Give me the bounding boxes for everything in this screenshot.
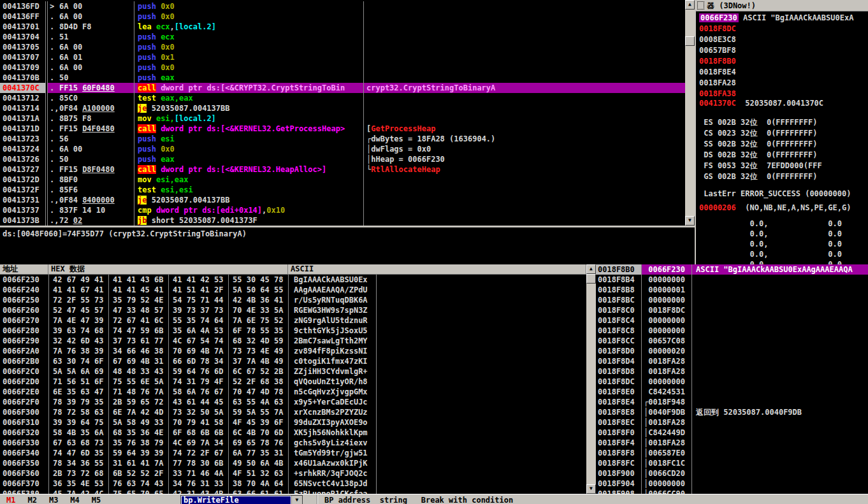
dump-row[interactable]: 0066F2E06E 35 63 4771 48 76 7A58 6A 76 6… xyxy=(0,387,586,397)
dump-row[interactable]: 0066F24041 41 67 4141 41 45 4141 51 41 2… xyxy=(0,285,586,295)
dump-row[interactable]: 0066F37036 35 4E 5376 63 74 4334 76 31 3… xyxy=(0,479,586,489)
stack-row[interactable]: 0018F904│00000000 xyxy=(596,479,868,489)
stack-row[interactable]: 0018F8C0 0018F8DC xyxy=(596,305,868,315)
stack-row[interactable]: 0018F8EC│0018FA28 xyxy=(596,417,868,428)
stack-row[interactable]: 0018F8C4 00000000 xyxy=(596,315,868,326)
dump-row[interactable]: 0066F2A07A 76 38 3934 66 46 3870 69 4B 7… xyxy=(0,346,586,356)
dump-row[interactable]: 0066F35078 34 36 5531 61 41 7A77 78 30 6… xyxy=(0,458,586,468)
disasm-row[interactable]: 00413737.837F 14 10cmp dword ptr ds:[edi… xyxy=(0,205,685,215)
dump-row[interactable]: 0066F2C05A 5A 6A 6948 48 33 4359 64 76 6… xyxy=(0,366,586,377)
segment-register-line[interactable]: CS 0023 32位 0(FFFFFFFF) xyxy=(699,128,817,138)
disasm-row[interactable]: 0041370B.50push eax xyxy=(0,73,685,83)
dump-row[interactable]: 0066F29032 42 6D 4337 73 61 774C 67 54 7… xyxy=(0,336,586,346)
breakpoint-set-m3[interactable]: M3 xyxy=(49,496,58,504)
fpu-register-line[interactable]: 0.0, 0.0 xyxy=(699,219,842,229)
stack-row[interactable]: 0018F8F8│006587E0 xyxy=(596,448,868,458)
disassembly-pane[interactable]: 004136FD>6A 00push 0x0004136FF.6A 00push… xyxy=(0,0,685,226)
dump-scrollbar[interactable]: ▲ ▼ xyxy=(586,264,596,494)
stack-row[interactable]: 0018F8E0 C8424531 xyxy=(596,387,868,397)
disasm-row[interactable]: 0041371A.8B75 F8mov esi,[local.2] xyxy=(0,113,685,124)
disasm-row[interactable]: 0041371D.FF15 D4F0480call dword ptr ds:[… xyxy=(0,124,685,134)
scroll-down-icon[interactable]: ▼ xyxy=(685,216,695,226)
disasm-row[interactable]: 0041372F.85F6test esi,esi xyxy=(0,185,685,195)
stack-row[interactable]: 0018F8F0│C842449D xyxy=(596,428,868,438)
disassembly-scrollbar[interactable]: ▲ ▼ xyxy=(685,0,695,226)
disasm-row[interactable]: 004136FF.6A 00push 0x0 xyxy=(0,11,685,22)
stack-row[interactable]: 0018F8CC 00657C08 xyxy=(596,336,868,346)
stack-row[interactable]: 0018F908│0066CC90 xyxy=(596,489,868,494)
dump-row[interactable]: 0066F3602B 73 72 686B 52 52 2F33 71 46 4… xyxy=(0,468,586,479)
disasm-row[interactable]: 00413701.8D4D F8lea ecx,[local.2] xyxy=(0,22,685,32)
stack-row[interactable]: 0018F8F4│0018FA28 xyxy=(596,438,868,448)
stack-row[interactable]: 0018F8B0 0066F230ASCII "BgIAAACkAABSU0Ex… xyxy=(596,264,868,275)
dump-row[interactable]: 0066F31039 39 64 755A 58 49 3370 79 41 5… xyxy=(0,417,586,428)
stack-row[interactable]: 0018F8B4 00000000 xyxy=(596,275,868,285)
segment-register-line[interactable]: SS 002B 32位 0(FFFFFFFF) xyxy=(699,139,817,149)
register-value-line[interactable]: 0018FA38 xyxy=(699,89,736,99)
disasm-row[interactable]: 00413726.50push eax│hHeap = 0066F230 xyxy=(0,154,685,164)
combobox-selected-value[interactable]: bp.WriteFile xyxy=(182,496,291,504)
disasm-row[interactable]: 00413723.56push esi┌dwBytes = 18FA28 (16… xyxy=(0,134,685,144)
register-eip-line[interactable]: 0041370C 52035087.0041370C xyxy=(699,98,823,108)
fpu-register-line[interactable]: 0.0, 0.0 xyxy=(699,249,842,259)
dump-row[interactable]: 0066F33067 63 68 7335 76 38 794C 69 7A 3… xyxy=(0,438,586,448)
stack-row[interactable]: 0018F8D4 0018FA28 xyxy=(596,356,868,366)
stack-row[interactable]: 0018F8BC 00000000 xyxy=(596,295,868,305)
fpu-register-line[interactable]: 0.0, 0.0 xyxy=(699,259,842,264)
fpu-register-line[interactable]: 0.0, 0.0 xyxy=(699,239,842,249)
disasm-row[interactable]: 00413712.85C0test eax,eax xyxy=(0,93,685,103)
dump-row[interactable]: 0066F25072 2F 55 7335 79 52 4E54 75 71 4… xyxy=(0,295,586,305)
dump-row[interactable]: 0066F2D071 56 51 6F75 55 6E 5A74 31 79 4… xyxy=(0,377,586,387)
disasm-row[interactable]: 0041372D.8BF0mov esi,eax xyxy=(0,175,685,185)
disasm-row[interactable]: 00413724.6A 00push 0x0│dwFlags = 0x0 xyxy=(0,144,685,154)
disasm-row[interactable]: 00413714.,0F84 A100000je 52035087.004137… xyxy=(0,103,685,113)
breakpoint-set-m5[interactable]: M5 xyxy=(92,496,101,504)
dump-row[interactable]: 0066F2B063 30 74 6F67 69 4B 3166 6D 78 3… xyxy=(0,356,586,366)
breakpoint-set-m2[interactable]: M2 xyxy=(27,496,36,504)
register-value-line[interactable]: 0018F8E4 xyxy=(699,67,736,77)
disasm-row[interactable]: 0041370C.FF15 60F0480call dword ptr ds:[… xyxy=(0,83,685,93)
registers-pane[interactable]: 器 (3DNow!) 0066F230 ASCII "BgIAAACkAABSU… xyxy=(696,0,868,264)
stack-row[interactable]: 0018F8B8 00000001 xyxy=(596,285,868,295)
dump-row[interactable]: 0066F28039 63 74 6874 47 59 6B35 6A 4A 5… xyxy=(0,326,586,336)
dump-row[interactable]: 0066F26052 47 45 5747 33 48 5739 73 37 7… xyxy=(0,305,586,315)
disasm-row[interactable]: 004136FD>6A 00push 0x0 xyxy=(0,1,685,11)
disasm-row[interactable]: 00413731.,0F84 8400000je 52035087.004137… xyxy=(0,195,685,205)
stack-row[interactable]: 0018F900│0066CD20 xyxy=(596,468,868,479)
memory-dump-pane[interactable]: 地址 HEX 数据 ASCII 0066F23042 67 49 4141 41… xyxy=(0,264,586,494)
disasm-row[interactable]: 0041373B.,72 02jb short 52035087.0041373… xyxy=(0,215,685,226)
segment-register-line[interactable]: GS 002B 32位 0(FFFFFFFF) xyxy=(699,171,817,182)
lasterr-line[interactable]: LastErr ERROR_SUCCESS (00000000) xyxy=(699,189,851,199)
register-value-line[interactable]: 0066F230 ASCII "BgIAAACkAABSU0ExA xyxy=(699,13,853,23)
breakpoint-set-m1[interactable]: M1 xyxy=(6,496,15,504)
stack-row[interactable]: 0018F8E8│0040F9DB返回到 52035087.0040F9DB xyxy=(596,407,868,417)
segment-register-line[interactable]: FS 0053 32位 7EFDD000(FFF xyxy=(699,161,822,171)
stack-row[interactable]: 0018F8D0 00000020 xyxy=(596,346,868,356)
dump-row[interactable]: 0066F38045 7A 42 4C75 65 70 6542 31 43 4… xyxy=(0,489,586,494)
dump-row[interactable]: 0066F2F078 39 79 352B 59 65 7243 61 44 4… xyxy=(0,397,586,407)
disasm-row[interactable]: 00413727.FF15 D8F0480call dword ptr ds:[… xyxy=(0,164,685,175)
segment-register-line[interactable]: DS 002B 32位 0(FFFFFFFF) xyxy=(699,150,817,160)
breakpoint-set-m4[interactable]: M4 xyxy=(70,496,79,504)
dump-row[interactable]: 0066F34074 47 6D 3559 64 39 3974 72 2F 6… xyxy=(0,448,586,458)
scrollbar-thumb[interactable] xyxy=(685,36,695,46)
disasm-row[interactable]: 00413704.51push ecx xyxy=(0,32,685,42)
register-value-line[interactable]: 0018FA28 xyxy=(699,78,736,88)
scroll-up-icon[interactable]: ▲ xyxy=(685,0,695,10)
flags-line[interactable]: 00000206 (NO,NB,NE,A,NS,PE,GE,G) xyxy=(699,203,851,213)
segment-register-line[interactable]: ES 002B 32位 0(FFFFFFFF) xyxy=(699,117,817,127)
stack-row[interactable]: 0018F8FC│0018FC1C xyxy=(596,458,868,468)
disasm-row[interactable]: 00413707.6A 01push 0x1 xyxy=(0,52,685,62)
dump-row[interactable]: 0066F23042 67 49 4141 41 43 6B41 41 42 5… xyxy=(0,275,586,285)
disasm-row[interactable]: 00413709.6A 00push 0x0 xyxy=(0,62,685,73)
dump-row[interactable]: 0066F2707A 4E 47 3972 67 41 6C55 35 74 6… xyxy=(0,315,586,326)
stack-pane[interactable]: 0018F8B0 0066F230ASCII "BgIAAACkAABSU0Ex… xyxy=(596,264,868,494)
fpu-register-line[interactable]: 0.0, 0.0 xyxy=(699,229,842,239)
scrollbar-thumb[interactable] xyxy=(586,274,596,284)
register-value-line[interactable]: 0008E3C8 xyxy=(699,34,736,45)
chevron-down-icon[interactable]: ▼ xyxy=(291,496,302,504)
scroll-down-icon[interactable]: ▼ xyxy=(586,484,596,494)
register-value-line[interactable]: 0018F8B0 xyxy=(699,56,736,66)
register-value-line[interactable]: 0018F8DC xyxy=(699,24,736,34)
scroll-up-icon[interactable]: ▲ xyxy=(586,264,596,274)
